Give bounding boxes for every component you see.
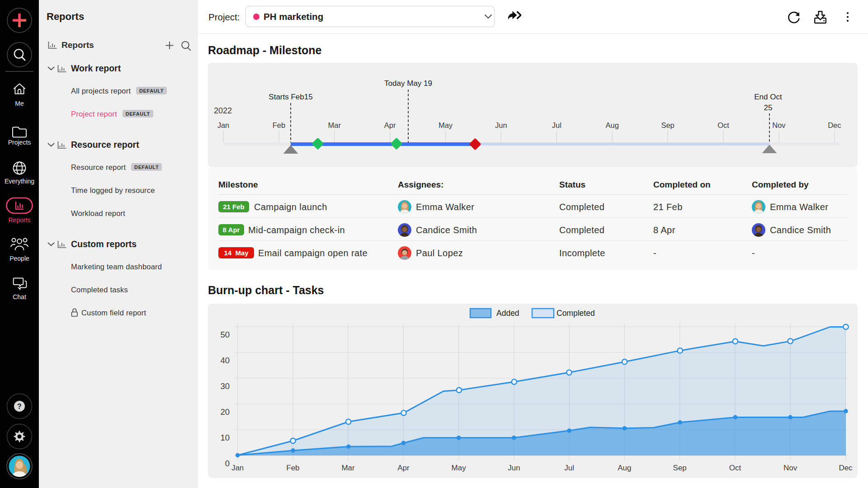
svg-text:Jan: Jan <box>231 464 244 472</box>
svg-text:Sep: Sep <box>673 464 687 472</box>
svg-text:Starts Feb15: Starts Feb15 <box>269 93 312 101</box>
svg-text:Jun: Jun <box>495 121 507 129</box>
svg-text:Mar: Mar <box>341 464 355 472</box>
svg-text:30: 30 <box>220 381 230 391</box>
svg-text:Feb: Feb <box>273 121 285 129</box>
svg-text:Apr: Apr <box>397 464 410 472</box>
svg-text:Sep: Sep <box>661 121 674 129</box>
svg-text:Dec: Dec <box>828 121 841 129</box>
svg-text:Feb: Feb <box>286 464 299 472</box>
svg-text:Jun: Jun <box>508 464 520 472</box>
svg-text:Oct: Oct <box>717 121 729 129</box>
svg-text:2022: 2022 <box>214 106 232 115</box>
svg-text:Oct: Oct <box>729 464 741 472</box>
svg-text:Today May 19: Today May 19 <box>384 79 432 88</box>
svg-text:?: ? <box>17 403 22 410</box>
svg-text:Nov: Nov <box>772 121 786 129</box>
svg-text:0: 0 <box>225 459 230 468</box>
svg-text:Added: Added <box>496 309 519 318</box>
svg-text:Completed: Completed <box>557 309 595 318</box>
svg-text:50: 50 <box>220 330 230 339</box>
svg-text:Jul: Jul <box>564 464 574 472</box>
svg-text:May: May <box>452 464 467 472</box>
svg-text:Jan: Jan <box>217 121 230 129</box>
svg-text:Apr: Apr <box>384 121 396 129</box>
svg-text:Aug: Aug <box>618 464 631 472</box>
svg-text:May: May <box>439 121 453 129</box>
svg-text:20: 20 <box>220 407 230 417</box>
svg-text:Jul: Jul <box>552 121 561 129</box>
svg-text:10: 10 <box>220 433 230 442</box>
svg-text:End Oct: End Oct <box>754 93 782 101</box>
svg-text:Nov: Nov <box>783 464 797 472</box>
svg-text:25: 25 <box>764 103 773 112</box>
svg-text:Mar: Mar <box>328 121 341 129</box>
svg-text:Dec: Dec <box>839 464 853 472</box>
svg-text:40: 40 <box>220 356 230 365</box>
svg-text:Aug: Aug <box>606 121 619 129</box>
